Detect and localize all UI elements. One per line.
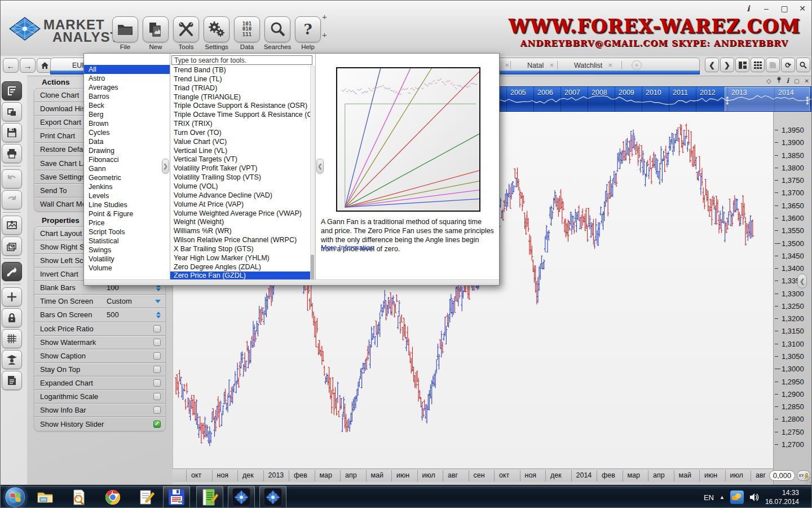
tool-item[interactable]: TRIX (TRIX) (170, 120, 310, 129)
property-row[interactable]: Show Info Bar (34, 404, 165, 417)
backup-64-taskbar-button[interactable]: 64 (163, 486, 190, 508)
property-row[interactable]: Expanded Chart (34, 376, 165, 390)
spinner-control[interactable] (156, 312, 161, 318)
start-button[interactable] (5, 487, 26, 508)
wrench-button[interactable] (2, 262, 22, 281)
undo-button[interactable] (2, 169, 22, 189)
category-item[interactable]: Price (84, 218, 170, 227)
refresh-button[interactable]: ⟳ (781, 58, 795, 72)
training-button[interactable] (2, 350, 22, 369)
more-information-link[interactable]: More Information (321, 244, 374, 252)
checkbox[interactable] (153, 421, 161, 428)
maximize-icon[interactable]: ▢ (780, 4, 789, 13)
export-stack-button[interactable] (2, 237, 22, 256)
checkbox[interactable] (153, 325, 161, 332)
tool-item[interactable]: Wilson Relative Price Channel (WRPC) (170, 236, 310, 245)
collapse-categories-button[interactable]: ❯ (162, 159, 169, 174)
new-tab-button[interactable]: + (632, 60, 642, 70)
pin-icon[interactable] (776, 77, 782, 85)
tool-search-input[interactable] (171, 55, 312, 65)
category-item[interactable]: Barros (84, 92, 170, 101)
category-item[interactable]: Cycles (84, 128, 170, 137)
data-button[interactable]: 101 010 111Data (233, 16, 261, 50)
search-doc-icon[interactable] (70, 489, 87, 506)
category-item[interactable]: Point & Figure (84, 209, 170, 218)
close-icon[interactable]: ✕ (805, 78, 809, 84)
grid-button[interactable] (2, 329, 22, 348)
category-item[interactable]: All (84, 65, 170, 74)
info-icon[interactable]: i (744, 4, 753, 13)
category-item[interactable]: Levels (84, 191, 170, 200)
notes-green-taskbar-button[interactable] (196, 486, 223, 508)
category-item[interactable]: Astro (84, 74, 170, 83)
category-item[interactable]: Jenkins (84, 182, 170, 191)
property-row[interactable]: Logarithmic Scale (34, 390, 165, 404)
property-row[interactable]: Show History Slider (34, 417, 165, 431)
tool-item[interactable]: Volume Advance Decline (VAD) (170, 191, 310, 200)
clock[interactable]: 14:33 16.07.2014 (765, 488, 799, 506)
category-item[interactable]: Statistical (84, 237, 170, 246)
category-item[interactable]: Line Studies (84, 200, 170, 209)
explorer-icon[interactable] (37, 489, 54, 506)
weather-icon[interactable] (730, 491, 744, 504)
save-button[interactable] (2, 123, 22, 142)
checkbox[interactable] (153, 379, 161, 387)
tool-item[interactable]: Triple Octave Support & Resistance (OSR) (170, 102, 310, 111)
language-indicator[interactable]: EN (704, 493, 714, 502)
tool-item[interactable]: Volume (VOL) (170, 182, 310, 191)
add-button[interactable] (2, 287, 22, 306)
checkbox[interactable] (153, 339, 161, 346)
tool-item[interactable]: Vertical Targets (VT) (170, 155, 310, 164)
speaker-icon[interactable] (749, 493, 760, 502)
new-button[interactable]: New (142, 16, 170, 50)
property-row[interactable]: Time On ScreenCustom (34, 295, 165, 308)
close-icon[interactable]: ✕ (798, 4, 807, 13)
category-item[interactable]: Gann (84, 164, 170, 173)
tool-item[interactable]: Trend Band (TB) (170, 66, 310, 75)
zoom-search-button[interactable] (796, 58, 810, 72)
maximize-icon[interactable]: ▢ (794, 78, 799, 84)
forward-button[interactable]: → (20, 58, 36, 73)
minimize-icon[interactable]: – (762, 4, 771, 13)
checkbox[interactable] (153, 406, 161, 414)
category-item[interactable]: Berg (84, 110, 170, 119)
tool-item[interactable]: Williams %R (WR) (170, 227, 310, 236)
diamond-icon[interactable]: ◇ (766, 77, 771, 85)
category-item[interactable]: Script Tools (84, 227, 170, 237)
tool-item[interactable]: Triad (TRIAD) (170, 84, 310, 93)
notes-button[interactable] (2, 371, 22, 390)
category-item[interactable]: Geometric (84, 173, 170, 182)
layout-grid-button[interactable] (751, 58, 765, 72)
tool-item[interactable]: Volatility Trailing Stop (VTS) (170, 173, 310, 182)
tool-item[interactable]: Turn Over (TO) (170, 129, 310, 138)
tool-item[interactable]: Zero Degree Angles (ZDAL) (170, 263, 310, 272)
tool-item[interactable]: Triangle (TRIANGLE) (170, 93, 310, 102)
scale-collapse-button[interactable]: ❮ (797, 274, 807, 288)
property-row[interactable]: Show Watermark (34, 336, 165, 349)
category-item[interactable]: Volatility (84, 255, 170, 264)
tool-item[interactable]: Value Chart (VC) (170, 138, 310, 147)
category-item[interactable]: Drawing (84, 146, 170, 155)
file-button[interactable]: File (111, 16, 139, 50)
category-item[interactable]: Data (84, 137, 170, 146)
close-icon[interactable]: ✕ (549, 62, 554, 68)
chart-tree-button[interactable] (2, 81, 22, 100)
layout-panes-button[interactable] (735, 58, 749, 72)
page-layout-button[interactable] (766, 58, 780, 72)
tool-item[interactable]: Triple Octave Time Support & Resistance … (170, 111, 310, 120)
range-right-handle[interactable]: ●●● (806, 97, 809, 106)
scroll-tabs-right-button[interactable]: ❯ (720, 58, 734, 72)
price-scale[interactable]: 1,39501,39001,38501,38001,37501,37001,36… (773, 112, 812, 508)
tool-item[interactable]: X Bar Trailing Stop (GTS) (170, 245, 310, 254)
tool-item[interactable]: Vertical Line (VL) (170, 147, 310, 156)
lock-button[interactable] (2, 308, 22, 327)
checkbox[interactable] (153, 352, 161, 360)
back-button[interactable]: ← (3, 58, 19, 73)
category-item[interactable]: Beck (84, 101, 170, 110)
category-item[interactable]: Brown (84, 119, 170, 128)
scroll-tabs-left-button[interactable]: ❮ (705, 58, 719, 72)
property-row[interactable]: Stay On Top (34, 363, 165, 376)
searches-button[interactable]: Searches (263, 16, 292, 50)
checkbox[interactable] (153, 393, 161, 400)
info-icon[interactable]: i (787, 77, 789, 85)
